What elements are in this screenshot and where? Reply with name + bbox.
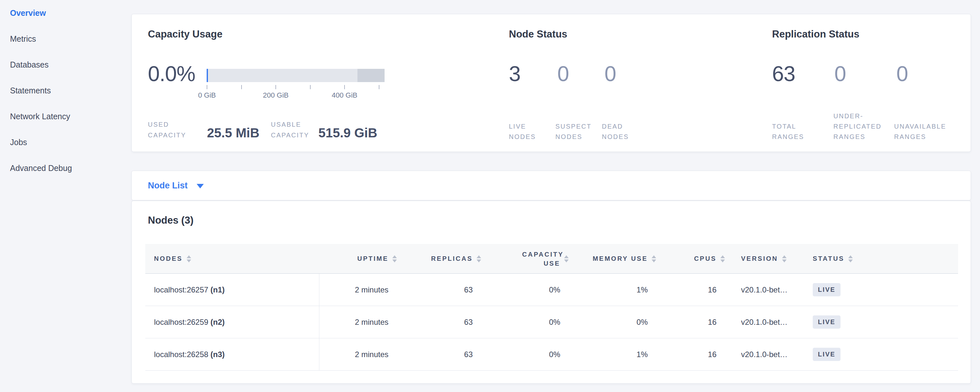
status-cell: LIVE <box>804 316 958 329</box>
column-header-cpus[interactable]: CPUS <box>656 244 725 273</box>
total-ranges-count: 63 <box>772 61 795 86</box>
column-header-nodes[interactable]: NODES <box>145 244 319 273</box>
gauge-tick <box>379 85 379 89</box>
memory-use-cell: 1% <box>569 285 656 295</box>
usable-capacity-label: USABLE CAPACITY <box>271 119 313 140</box>
replicas-cell: 63 <box>397 318 481 327</box>
nodes-table-card: Nodes (3) NODES UPTIME REPLICAS CAPACITY… <box>131 201 971 384</box>
version-cell: v20.1.0-bet… <box>725 350 804 359</box>
table-row-node-1[interactable]: localhost:26257 (n1) 2 minutes 63 0% 1% … <box>145 274 958 306</box>
gauge-tick-label: 200 GiB <box>263 91 289 100</box>
column-header-capacity-use[interactable]: CAPACITY USE <box>481 244 569 273</box>
sidebar-item-network-latency[interactable]: Network Latency <box>0 104 131 129</box>
table-row-node-2[interactable]: localhost:26259 (n2) 2 minutes 63 0% 0% … <box>145 306 958 338</box>
column-header-status-label: STATUS <box>813 255 845 262</box>
sidebar-item-metrics[interactable]: Metrics <box>0 26 131 52</box>
cpus-cell: 16 <box>656 318 725 327</box>
sort-icon <box>721 255 725 262</box>
sidebar-item-jobs[interactable]: Jobs <box>0 129 131 155</box>
used-capacity-value: 25.5 MiB <box>207 126 259 140</box>
dead-nodes-label: DEAD NODES <box>602 121 641 142</box>
column-header-nodes-label: NODES <box>154 255 183 262</box>
gauge-tick <box>310 85 311 89</box>
under-replicated-ranges-label: UNDER-REPLICATED RANGES <box>834 111 891 142</box>
column-header-version-label: VERSION <box>741 255 778 262</box>
memory-use-cell: 0% <box>569 318 656 327</box>
suspect-nodes-count: 0 <box>557 61 569 86</box>
gauge-tick <box>241 85 242 89</box>
unavailable-ranges-label: UNAVAILABLE RANGES <box>894 121 967 142</box>
uptime-cell: 2 minutes <box>319 285 397 295</box>
live-nodes-label: LIVE NODES <box>509 121 548 142</box>
nodes-table: NODES UPTIME REPLICAS CAPACITY USE MEMOR… <box>145 244 958 371</box>
node-address-cell: localhost:26259 (n2) <box>145 318 319 327</box>
replicas-cell: 63 <box>397 285 481 295</box>
replication-status-panel: Replication Status 63 0 0 TOTAL RANGES U… <box>772 14 969 151</box>
sort-icon <box>392 255 397 262</box>
column-header-memory-use[interactable]: MEMORY USE <box>569 244 656 273</box>
sort-icon <box>477 255 481 262</box>
status-cell: LIVE <box>804 283 958 296</box>
sidebar-item-statements[interactable]: Statements <box>0 78 131 104</box>
replication-status-title: Replication Status <box>772 29 859 40</box>
sidebar: Overview Metrics Databases Statements Ne… <box>0 0 131 392</box>
column-header-replicas[interactable]: REPLICAS <box>397 244 481 273</box>
column-header-capacity-use-label: CAPACITY USE <box>522 250 560 268</box>
node-status-panel: Node Status 3 0 0 LIVE NODES SUSPECT NOD… <box>509 14 761 151</box>
gauge-tick-label: 400 GiB <box>332 91 358 100</box>
sort-icon <box>652 255 656 262</box>
capacity-gauge <box>207 69 385 82</box>
table-row-node-3[interactable]: localhost:26258 (n3) 2 minutes 63 0% 1% … <box>145 338 958 371</box>
sort-icon <box>848 255 853 262</box>
sort-icon <box>187 255 191 262</box>
sidebar-item-advanced-debug[interactable]: Advanced Debug <box>0 155 131 181</box>
status-badge: LIVE <box>813 348 840 361</box>
nodes-table-header: NODES UPTIME REPLICAS CAPACITY USE MEMOR… <box>145 244 958 274</box>
sidebar-item-overview[interactable]: Overview <box>0 0 131 26</box>
used-capacity-label: USED CAPACITY <box>148 119 191 140</box>
status-badge: LIVE <box>813 316 840 329</box>
version-cell: v20.1.0-bet… <box>725 285 804 295</box>
column-header-uptime[interactable]: UPTIME <box>319 244 397 273</box>
sort-icon <box>564 255 569 262</box>
cpus-cell: 16 <box>656 285 725 295</box>
replicas-cell: 63 <box>397 350 481 359</box>
gauge-tick <box>275 85 276 89</box>
capacity-usage-title: Capacity Usage <box>148 29 223 40</box>
usable-capacity-value: 515.9 GiB <box>318 126 377 140</box>
capacity-percent: 0.0% <box>148 61 195 86</box>
column-header-replicas-label: REPLICAS <box>431 255 473 262</box>
node-address-cell: localhost:26258 (n3) <box>145 350 319 359</box>
gauge-tail-segment <box>358 69 385 82</box>
node-list-dropdown[interactable]: Node List <box>148 181 204 191</box>
gauge-tick <box>207 85 207 89</box>
node-address-cell: localhost:26257 (n1) <box>145 285 319 295</box>
chevron-down-icon <box>197 184 204 188</box>
node-list-dropdown-label: Node List <box>148 181 188 191</box>
capacity-use-cell: 0% <box>481 285 569 295</box>
capacity-usage-panel: Capacity Usage 0.0% 0 GiB 200 GiB 400 Gi… <box>148 14 506 151</box>
suspect-nodes-label: SUSPECT NODES <box>555 121 602 142</box>
gauge-tick-label: 0 GiB <box>198 91 216 100</box>
cpus-cell: 16 <box>656 350 725 359</box>
column-header-cpus-label: CPUS <box>694 255 716 262</box>
sort-icon <box>782 255 787 262</box>
node-status-title: Node Status <box>509 29 567 40</box>
capacity-use-cell: 0% <box>481 318 569 327</box>
column-header-uptime-label: UPTIME <box>357 255 388 262</box>
uptime-cell: 2 minutes <box>319 318 397 327</box>
gauge-tick <box>344 85 345 89</box>
cluster-summary-card: Capacity Usage 0.0% 0 GiB 200 GiB 400 Gi… <box>131 14 971 152</box>
column-header-status[interactable]: STATUS <box>804 244 958 273</box>
column-header-memory-use-label: MEMORY USE <box>592 255 648 262</box>
capacity-use-cell: 0% <box>481 350 569 359</box>
version-cell: v20.1.0-bet… <box>725 318 804 327</box>
view-selector-bar: Node List <box>131 171 971 200</box>
uptime-cell: 2 minutes <box>319 350 397 359</box>
under-replicated-ranges-count: 0 <box>834 61 846 86</box>
memory-use-cell: 1% <box>569 350 656 359</box>
column-header-version[interactable]: VERSION <box>725 244 804 273</box>
status-cell: LIVE <box>804 348 958 361</box>
sidebar-item-databases[interactable]: Databases <box>0 52 131 78</box>
gauge-used-fill <box>207 69 208 82</box>
